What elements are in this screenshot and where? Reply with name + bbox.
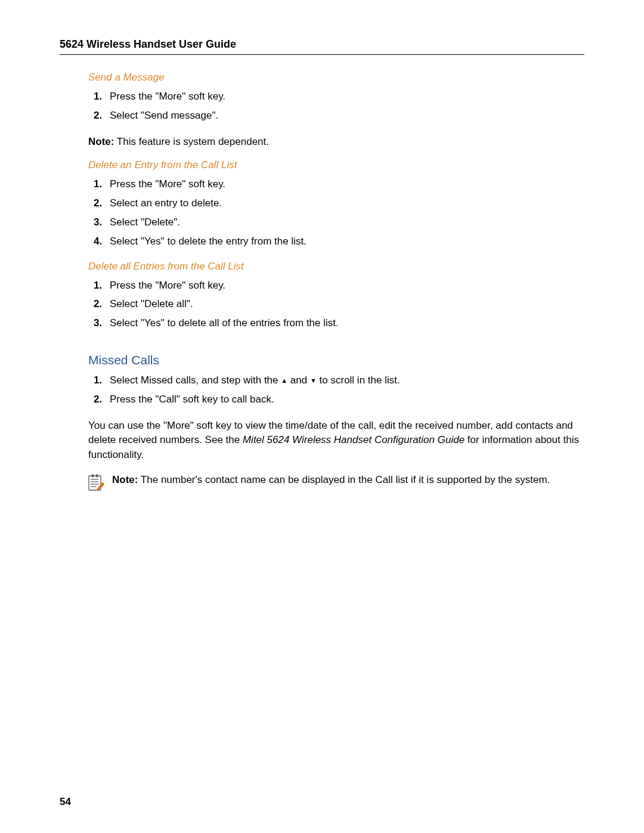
arrow-up-icon: ▲ [281,377,287,384]
note-paragraph: Note: This feature is system dependent. [88,135,584,149]
delete-all-steps: Press the "More" soft key. Select "Delet… [88,278,584,330]
step-text-suffix: to scroll in the list. [317,374,400,386]
list-item: Press the "More" soft key. [105,89,584,104]
step-text-mid: and [287,374,310,386]
missed-calls-paragraph: You can use the "More" soft key to view … [88,419,584,463]
list-item: Select Missed calls, and step with the ▲… [105,373,584,388]
svg-rect-2 [96,475,98,478]
list-item: Press the "More" soft key. [105,177,584,191]
note-label: Note: [88,136,114,147]
delete-entry-steps: Press the "More" soft key. Select an ent… [88,177,584,248]
svg-rect-1 [92,475,94,478]
list-item: Select an entry to delete. [105,196,584,210]
section-heading-delete-entry: Delete an Entry from the Call List [88,159,584,171]
reference-title: Mitel 5624 Wireless Handset Configuratio… [243,434,465,445]
list-item: Press the "More" soft key. [105,278,584,293]
page-number: 54 [60,796,71,808]
send-message-steps: Press the "More" soft key. Select "Send … [88,89,584,123]
list-item: Select "Delete all". [105,297,584,311]
list-item: Select "Yes" to delete all of the entrie… [105,316,584,330]
document-page: 5624 Wireless Handset User Guide Send a … [0,0,644,833]
note-row: Note: The number's contact name can be d… [88,473,584,494]
step-text-prefix: Select Missed calls, and step with the [110,374,281,386]
page-content: Send a Message Press the "More" soft key… [88,72,584,494]
missed-calls-steps: Select Missed calls, and step with the ▲… [88,373,584,407]
header-divider [60,54,584,55]
arrow-down-icon: ▼ [310,377,317,384]
note-icon [88,473,105,494]
note-text: The number's contact name can be display… [138,474,550,485]
section-heading-send-message: Send a Message [88,72,584,83]
list-item: Press the "Call" soft key to call back. [105,392,584,407]
page-header-title: 5624 Wireless Handset User Guide [60,38,584,51]
list-item: Select "Yes" to delete the entry from th… [105,234,584,249]
note-text: This feature is system dependent. [114,136,269,147]
section-heading-missed-calls: Missed Calls [88,353,584,367]
note-label: Note: [112,474,138,485]
section-heading-delete-all: Delete all Entries from the Call List [88,261,584,272]
note-block: Note: The number's contact name can be d… [112,473,550,488]
list-item: Select "Send message". [105,109,584,123]
list-item: Select "Delete". [105,215,584,230]
